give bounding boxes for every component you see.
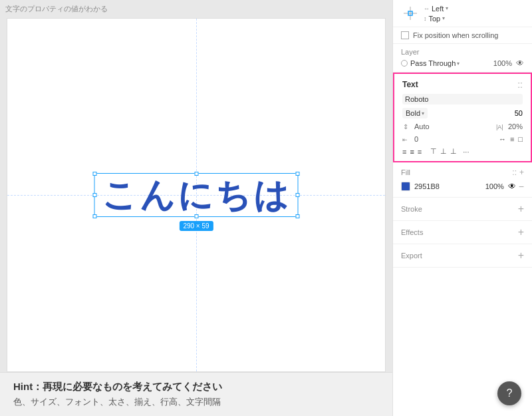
fill-section: Fill :: + 2951B8 100% 👁 −	[393, 162, 532, 198]
text-section-header: Text ::	[402, 79, 523, 90]
align-top-chevron: ▾	[442, 15, 445, 21]
line-height-label[interactable]: Auto	[414, 122, 430, 130]
position-icon	[401, 4, 420, 23]
handle-bl[interactable]	[93, 214, 97, 218]
help-button[interactable]: ?	[497, 381, 521, 405]
font-weight-label: Bold	[406, 109, 420, 117]
handle-tr[interactable]	[296, 172, 300, 176]
align-right-icon[interactable]: ≡	[418, 148, 422, 156]
valign-bot-icon[interactable]: ⊥	[450, 147, 457, 156]
eye-icon[interactable]: 👁	[516, 59, 524, 68]
fill-color-swatch[interactable]	[401, 182, 410, 191]
dimension-label: 290 × 59	[179, 221, 213, 231]
text-box-wrapper[interactable]: こんにちは 290 × 59	[94, 173, 299, 217]
layer-left: Pass Through ▾	[401, 59, 460, 67]
export-section[interactable]: Export +	[393, 244, 532, 268]
align-left-chevron: ▾	[446, 5, 448, 11]
fix-position-checkbox[interactable]	[401, 31, 409, 39]
text-selection-box[interactable]: こんにちは 290 × 59	[94, 173, 299, 217]
opacity-value: 100%	[493, 59, 512, 67]
effects-add-icon[interactable]: +	[518, 226, 524, 238]
handle-tm[interactable]	[194, 172, 198, 176]
fill-drag-icon: ::	[512, 168, 517, 177]
handle-tl[interactable]	[93, 172, 97, 176]
svg-text:|A|: |A|	[496, 124, 503, 130]
valign-mid-icon[interactable]: ⊥	[440, 147, 447, 156]
fill-hex-value[interactable]: 2951B8	[414, 182, 481, 190]
align-center-icon[interactable]: ≡	[410, 148, 414, 156]
layer-right: 100% 👁	[493, 59, 524, 68]
align-left-value[interactable]: Left	[432, 5, 444, 13]
text-section-title: Text	[402, 80, 418, 89]
spacing-icons: ↔ ≡ □	[499, 135, 523, 143]
hint-detail: 色、サイズ、フォント、太さ、揃え、行高、文字間隔	[13, 396, 379, 408]
handle-br[interactable]	[296, 214, 300, 218]
fill-header: Fill :: +	[401, 168, 524, 177]
font-size-value[interactable]: 50	[515, 109, 523, 117]
fill-add-icon[interactable]: +	[519, 168, 524, 177]
align-controls: ↔ Left ▾ ↕ Top ▾	[393, 0, 532, 27]
more-icon[interactable]: ···	[463, 148, 469, 156]
svg-text:⇕: ⇕	[403, 123, 408, 130]
text-section: Text :: Roboto Bold ▾ 50 ⇕ Auto |A|	[393, 73, 532, 162]
letter-spacing-value[interactable]: 20%	[508, 122, 523, 130]
blend-mode-label: Pass Through	[410, 59, 456, 67]
blend-mode-value[interactable]: Pass Through ▾	[410, 59, 460, 67]
fill-right: 👁 −	[508, 181, 524, 192]
layer-title: Layer	[401, 48, 524, 56]
font-weight-dropdown[interactable]: Bold ▾	[402, 108, 428, 118]
handle-ml[interactable]	[93, 193, 97, 197]
fill-controls: :: +	[512, 168, 524, 177]
hint-title: Hint：再現に必要なものを考えてみてください	[13, 381, 379, 393]
canvas-label: 文字のプロパティの値がわかる	[0, 0, 392, 18]
align-top-value[interactable]: Top	[429, 15, 441, 23]
indent-left: ⇤ 0	[402, 134, 418, 144]
indent-icon: ⇤	[402, 134, 412, 144]
layer-row: Pass Through ▾ 100% 👁	[401, 59, 524, 68]
export-add-icon[interactable]: +	[518, 250, 524, 262]
spacing-icon-1[interactable]: ↔	[499, 135, 506, 143]
fix-position-row: Fix position when scrolling	[393, 27, 532, 44]
canvas-inner: こんにちは 290 × 59	[7, 19, 385, 371]
font-weight-chevron: ▾	[422, 110, 424, 116]
letter-spacing-icon: |A|	[496, 122, 505, 131]
line-height-left: ⇕ Auto	[402, 122, 430, 131]
blend-mode-chevron: ▾	[457, 61, 460, 67]
align-left-icon[interactable]: ≡	[402, 148, 406, 156]
line-height-row: ⇕ Auto |A| 20%	[402, 122, 523, 131]
effects-label: Effects	[401, 228, 423, 236]
spacing-icon-2[interactable]: ≡	[510, 135, 514, 143]
canvas-content: こんにちは 290 × 59	[7, 18, 386, 372]
align-top-group[interactable]: ↕ Top ▾	[424, 15, 448, 23]
stroke-section[interactable]: Stroke +	[393, 198, 532, 221]
fill-eye-icon[interactable]: 👁	[508, 182, 516, 191]
export-label: Export	[401, 252, 422, 260]
handle-bm[interactable]	[194, 214, 198, 218]
fill-remove-icon[interactable]: −	[519, 181, 524, 192]
svg-text:⇤: ⇤	[402, 136, 408, 143]
hint-area: Hint：再現に必要なものを考えてみてください 色、サイズ、フォント、太さ、揃え…	[0, 372, 392, 416]
indent-value[interactable]: 0	[414, 135, 418, 143]
fill-row: 2951B8 100% 👁 −	[401, 181, 524, 192]
valign-top-icon[interactable]: ⊤	[430, 147, 437, 156]
font-weight-size-row: Bold ▾ 50	[402, 108, 523, 118]
canvas-area: 文字のプロパティの値がわかる こんにちは 290 × 59	[0, 0, 392, 416]
effects-section[interactable]: Effects +	[393, 221, 532, 244]
japanese-text: こんにちは	[102, 178, 291, 212]
stroke-add-icon[interactable]: +	[518, 203, 524, 215]
fill-opacity-value[interactable]: 100%	[485, 182, 504, 190]
fill-title: Fill	[401, 168, 410, 176]
blend-mode-icon	[401, 60, 408, 67]
font-name[interactable]: Roboto	[402, 94, 523, 104]
text-align-row: ≡ ≡ ≡ ⊤ ⊥ ⊥ ···	[402, 147, 523, 156]
letter-spacing-left: |A| 20%	[496, 122, 523, 131]
align-left-group[interactable]: ↔ Left ▾	[424, 5, 448, 13]
indent-row: ⇤ 0 ↔ ≡ □	[402, 134, 523, 144]
fix-position-label: Fix position when scrolling	[413, 31, 498, 39]
line-height-icon: ⇕	[402, 122, 412, 131]
stroke-label: Stroke	[401, 205, 422, 213]
handle-mr[interactable]	[296, 193, 300, 197]
spacing-icon-3[interactable]: □	[518, 135, 523, 143]
right-panel: ↔ Left ▾ ↕ Top ▾ Fix position when scrol…	[392, 0, 532, 416]
layer-section: Layer Pass Through ▾ 100% 👁	[393, 44, 532, 73]
